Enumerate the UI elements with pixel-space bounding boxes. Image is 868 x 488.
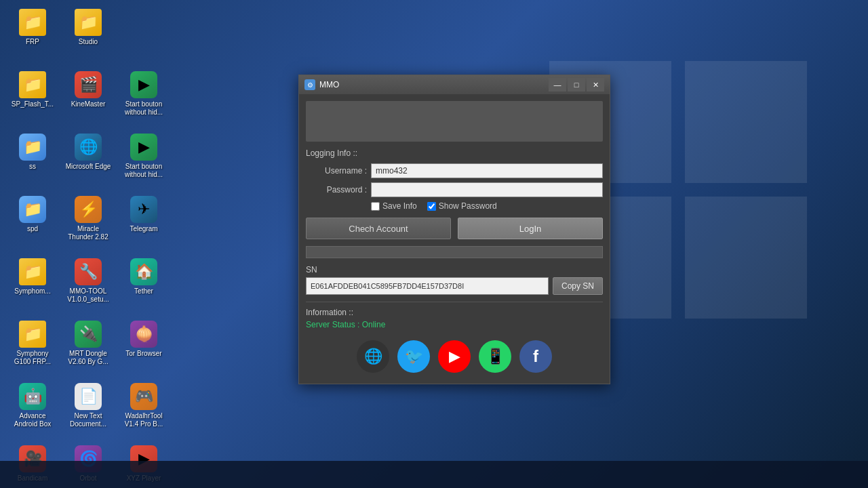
- icon-symphom[interactable]: 📁 Symphom...: [5, 255, 60, 316]
- folder-icon-symphony: 📁: [19, 321, 46, 348]
- logging-info-label: Logging Info ::: [306, 148, 603, 158]
- icon-label-new-text: New Text Document...: [64, 412, 112, 428]
- taskbar[interactable]: [0, 461, 868, 488]
- app-icon-mrt: 🔌: [75, 321, 102, 348]
- icon-label-studio: Studio: [79, 38, 98, 46]
- app-icon-wadalhr: 🎮: [130, 383, 157, 410]
- facebook-button[interactable]: f: [519, 340, 552, 373]
- svg-rect-1: [685, 61, 807, 183]
- icon-frp[interactable]: 📁 FRP: [5, 5, 60, 66]
- password-input[interactable]: [371, 182, 603, 197]
- app-icon-kinemaster: 🎬: [75, 71, 102, 98]
- window-title-text: MMO: [319, 80, 339, 89]
- save-info-checkbox[interactable]: Save Info: [371, 201, 417, 211]
- folder-icon-sp: 📁: [19, 71, 46, 98]
- show-password-label: Show Password: [439, 201, 497, 211]
- window-icon: ⚙: [304, 79, 315, 90]
- folder-icon-ss: 📁: [19, 134, 46, 161]
- app-icon-tor: 🧅: [130, 321, 157, 348]
- check-account-button[interactable]: Chech Account: [306, 218, 451, 239]
- window-title-left: ⚙ MMO: [304, 79, 339, 90]
- icon-label-tor: Tor Browser: [125, 350, 161, 358]
- minimize-button[interactable]: —: [549, 78, 566, 92]
- whatsapp-button[interactable]: 📱: [479, 340, 511, 373]
- folder-icon-spd: 📁: [19, 196, 46, 223]
- icon-mmo-tool[interactable]: 🔧 MMO-TOOL V1.0.0_setu...: [61, 255, 115, 316]
- sn-row: Copy SN: [306, 277, 603, 295]
- icon-spd[interactable]: 📁 spd: [5, 192, 60, 253]
- mmo-window: ⚙ MMO — □ ✕ Logging Info :: Username : P…: [298, 75, 610, 384]
- icon-start-bouton1[interactable]: ▶ Start bouton without hid...: [117, 68, 171, 129]
- icon-label-start2: Start bouton without hid...: [120, 163, 167, 179]
- maximize-button[interactable]: □: [568, 78, 585, 92]
- copy-sn-button[interactable]: Copy SN: [553, 277, 603, 295]
- login-button[interactable]: LogIn: [458, 218, 603, 239]
- icon-label-frp: FRP: [26, 38, 39, 46]
- username-label: Username :: [306, 166, 367, 176]
- icon-label-spd: spd: [27, 225, 38, 233]
- icon-tor-browser[interactable]: 🧅 Tor Browser: [117, 317, 171, 378]
- save-info-label: Save Info: [382, 201, 417, 211]
- svg-rect-3: [685, 197, 807, 319]
- icon-label-wadalhr: WadalhrTool V1.4 Pro B...: [120, 412, 167, 428]
- icon-ss[interactable]: 📁 ss: [5, 130, 60, 191]
- server-status: Server Status : Online: [306, 320, 603, 329]
- show-password-input[interactable]: [427, 202, 436, 211]
- app-icon-android: 🤖: [19, 383, 46, 410]
- sn-input[interactable]: [306, 277, 549, 295]
- icon-advance-android[interactable]: 🤖 Advance Android Box: [5, 380, 60, 441]
- icon-tether[interactable]: 🏠 Tether: [117, 255, 171, 316]
- password-row: Password :: [306, 182, 603, 197]
- icon-label-symphony: Symphony G100 FRP...: [9, 350, 56, 366]
- folder-icon-studio: 📁: [75, 9, 102, 36]
- globe-button[interactable]: 🌐: [357, 340, 389, 373]
- icon-new-text[interactable]: 📄 New Text Document...: [61, 380, 115, 441]
- window-body: Logging Info :: Username : Password : Sa…: [299, 94, 610, 384]
- app-icon-tether: 🏠: [130, 258, 157, 285]
- banner-area: [306, 101, 603, 142]
- social-icons-row: 🌐 🐦 ▶ 📱 f: [306, 336, 603, 377]
- icon-ms-edge[interactable]: 🌐 Microsoft Edge: [61, 130, 115, 191]
- icon-studio[interactable]: 📁 Studio: [61, 5, 115, 66]
- icon-label-start1: Start bouton without hid...: [120, 100, 167, 117]
- icon-label-telegram: Telegram: [130, 225, 157, 233]
- icon-kinemaster[interactable]: 🎬 KineMaster: [61, 68, 115, 129]
- icon-label-android: Advance Android Box: [9, 412, 56, 428]
- save-info-input[interactable]: [371, 202, 380, 211]
- app-icon-start2: ▶: [130, 134, 157, 161]
- icon-label-mmo: MMO-TOOL V1.0.0_setu...: [64, 287, 112, 304]
- icon-label-miracle: Miracle Thunder 2.82: [64, 225, 112, 241]
- information-label: Information ::: [306, 308, 603, 317]
- window-titlebar[interactable]: ⚙ MMO — □ ✕: [299, 75, 610, 94]
- icon-remix-team[interactable]: ⚡ Miracle Thunder 2.82: [61, 192, 115, 253]
- window-controls: — □ ✕: [549, 78, 604, 92]
- icon-wadalhr[interactable]: 🎮 WadalhrTool V1.4 Pro B...: [117, 380, 171, 441]
- icon-symphony[interactable]: 📁 Symphony G100 FRP...: [5, 317, 60, 378]
- app-icon-mmo: 🔧: [75, 258, 102, 285]
- icon-label-sp: SP_Flash_T...: [12, 100, 54, 108]
- username-row: Username :: [306, 163, 603, 178]
- icon-label-tether: Tether: [134, 287, 153, 296]
- username-input[interactable]: [371, 163, 603, 178]
- password-label: Password :: [306, 185, 367, 195]
- file-icon-new-text: 📄: [75, 383, 102, 410]
- buttons-row: Chech Account LogIn: [306, 218, 603, 239]
- twitter-button[interactable]: 🐦: [397, 340, 430, 373]
- folder-icon-symphom: 📁: [19, 258, 46, 285]
- app-icon-start1: ▶: [130, 71, 157, 98]
- desktop: 📁 FRP 📁 Studio 📁 SP_Flash_T... 🎬 KineMas…: [0, 0, 868, 488]
- icon-start-bouton2[interactable]: ▶ Start bouton without hid...: [117, 130, 171, 191]
- app-icon-miracle: ⚡: [75, 196, 102, 223]
- show-password-checkbox[interactable]: Show Password: [427, 201, 497, 211]
- icon-label-edge: Microsoft Edge: [66, 163, 111, 171]
- icon-sp-flash[interactable]: 📁 SP_Flash_T...: [5, 68, 60, 129]
- icon-mrt-dongle[interactable]: 🔌 MRT Dongle V2.60 By G...: [61, 317, 115, 378]
- icon-label-kinemaster: KineMaster: [71, 100, 106, 108]
- information-section: Information :: Server Status : Online: [306, 302, 603, 329]
- icon-label-symphom: Symphom...: [14, 287, 50, 296]
- icon-telegram[interactable]: ✈ Telegram: [117, 192, 171, 253]
- youtube-button[interactable]: ▶: [438, 340, 471, 373]
- icon-label-mrt: MRT Dongle V2.60 By G...: [64, 350, 112, 366]
- folder-icon-frp: 📁: [19, 9, 46, 36]
- close-button[interactable]: ✕: [587, 78, 604, 92]
